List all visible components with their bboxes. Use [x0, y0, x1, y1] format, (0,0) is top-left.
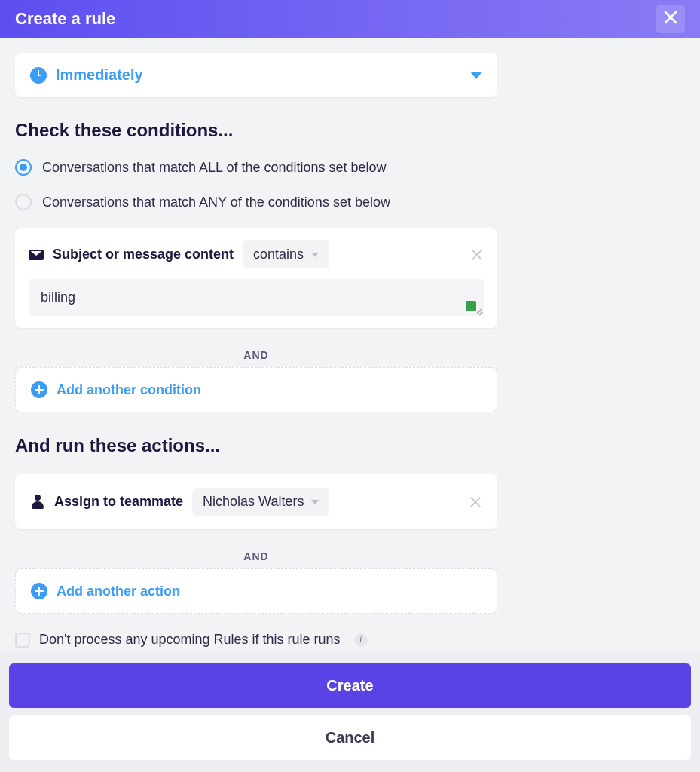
- modal-title: Create a rule: [15, 9, 115, 29]
- plus-icon: [31, 381, 47, 398]
- modal-body: Immediately Check these conditions... Co…: [0, 38, 700, 663]
- add-condition-label: Add another condition: [57, 382, 201, 398]
- stop-processing-label: Don't process any upcoming Rules if this…: [39, 632, 341, 648]
- close-button[interactable]: [656, 5, 685, 33]
- modal-footer: Create Cancel: [0, 651, 700, 772]
- clock-icon: [30, 67, 47, 84]
- radio-any-label: Conversations that match ANY of the cond…: [42, 195, 390, 210]
- add-action-button[interactable]: Add another action: [15, 568, 497, 614]
- condition-row: Subject or message content contains: [15, 228, 497, 328]
- radio-all[interactable]: Conversations that match ALL of the cond…: [15, 159, 685, 176]
- radio-input[interactable]: [15, 159, 32, 176]
- action-row: Assign to teammate Nicholas Walters: [15, 474, 497, 529]
- radio-any[interactable]: Conversations that match ANY of the cond…: [15, 194, 685, 210]
- cancel-button[interactable]: Cancel: [9, 715, 691, 760]
- create-button[interactable]: Create: [9, 663, 691, 708]
- info-icon[interactable]: i: [354, 633, 368, 647]
- action-and-separator: AND: [15, 544, 497, 568]
- remove-action-button[interactable]: [469, 495, 482, 509]
- modal-header: Create a rule: [0, 0, 700, 38]
- chevron-down-icon: [470, 72, 482, 79]
- plus-icon: [31, 583, 47, 599]
- stop-processing-row: Don't process any upcoming Rules if this…: [15, 632, 685, 648]
- remove-condition-button[interactable]: [470, 248, 484, 262]
- stop-processing-checkbox[interactable]: [15, 633, 30, 648]
- condition-value-input[interactable]: [29, 279, 484, 316]
- mail-icon: [29, 250, 44, 260]
- radio-all-label: Conversations that match ALL of the cond…: [42, 160, 387, 176]
- close-icon: [664, 9, 677, 29]
- condition-field-label: Subject or message content: [53, 247, 234, 262]
- action-type-label: Assign to teammate: [54, 494, 183, 510]
- actions-heading: And run these actions...: [15, 435, 685, 456]
- add-action-label: Add another action: [57, 584, 180, 599]
- conditions-heading: Check these conditions...: [15, 120, 685, 141]
- teammate-select[interactable]: Nicholas Walters: [192, 488, 329, 516]
- add-condition-button[interactable]: Add another condition: [15, 367, 497, 412]
- radio-input[interactable]: [15, 194, 32, 210]
- person-icon: [30, 495, 45, 510]
- trigger-select[interactable]: Immediately: [15, 53, 497, 97]
- condition-and-separator: AND: [15, 343, 497, 367]
- trigger-label: Immediately: [56, 66, 143, 84]
- resize-handle-icon[interactable]: [475, 307, 482, 314]
- operator-select[interactable]: contains: [243, 240, 329, 268]
- match-mode-radiogroup: Conversations that match ALL of the cond…: [15, 159, 685, 210]
